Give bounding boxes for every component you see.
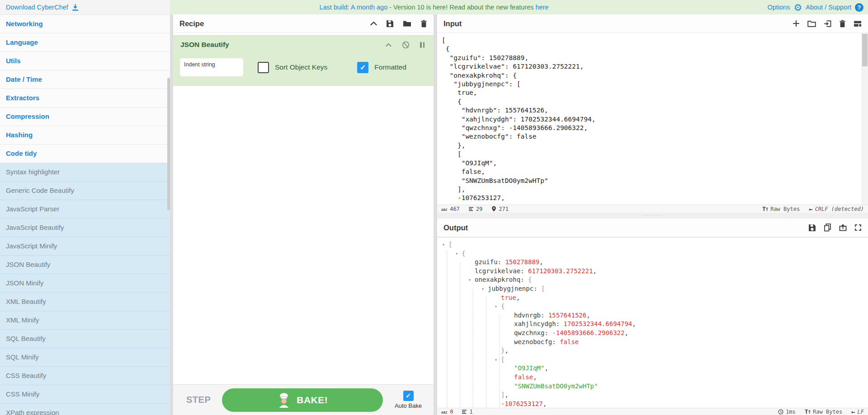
output-encoding[interactable]: Raw Bytes: [805, 408, 842, 415]
operation-item-xml-beautify[interactable]: XML Beautify: [0, 293, 170, 311]
operations-sidebar: NetworkingLanguageUtilsDate / TimeExtrac…: [0, 14, 170, 415]
operation-item-javascript-parser[interactable]: JavaScript Parser: [0, 200, 170, 219]
step-button[interactable]: STEP: [186, 395, 211, 405]
output-tree-line: [: [437, 240, 868, 249]
sort-object-keys-checkbox[interactable]: [258, 62, 269, 73]
output-tree-line: xahjlncydgh: 1702532344.6694794,: [437, 320, 868, 329]
operation-item-sql-beautify[interactable]: SQL Beautify: [0, 330, 170, 348]
auto-bake-label: Auto Bake: [395, 402, 422, 409]
input-line-count: 29: [476, 206, 482, 212]
output-tree-line: weznobocfg: false: [437, 338, 868, 347]
sidebar-category-utils[interactable]: Utils: [0, 52, 170, 70]
tree-expand-toggle[interactable]: [495, 355, 500, 364]
open-output-in-tab-icon[interactable]: [839, 224, 847, 231]
operation-item-json-minify[interactable]: JSON Minify: [0, 274, 170, 293]
operation-item-css-minify[interactable]: CSS Minify: [0, 385, 170, 404]
options-link[interactable]: Options: [767, 4, 790, 11]
disable-operation-icon[interactable]: [402, 41, 410, 49]
line-count-icon: [469, 206, 474, 211]
input-line: "SNWZUmBsatDO0ym2wHTp": [437, 177, 868, 185]
tree-expand-toggle[interactable]: [481, 284, 487, 294]
operation-item-javascript-beautify[interactable]: JavaScript Beautify: [0, 219, 170, 237]
open-file-folder-icon[interactable]: [807, 20, 816, 27]
sidebar-category-hashing[interactable]: Hashing: [0, 126, 170, 145]
new-features-link[interactable]: here: [535, 4, 548, 11]
input-scrollbar-thumb[interactable]: [862, 34, 868, 66]
operation-item-generic-code-beautify[interactable]: Generic Code Beautify: [0, 182, 170, 200]
indent-string-input[interactable]: Indent string: [180, 58, 243, 76]
operation-name: JSON Beautify: [180, 41, 386, 49]
help-icon[interactable]: [855, 3, 863, 12]
input-line: {: [437, 98, 868, 106]
bake-button[interactable]: BAKE!: [222, 388, 383, 412]
maximise-output-icon[interactable]: [854, 224, 862, 231]
input-eol[interactable]: CRLF (detected): [809, 205, 864, 213]
last-build-link[interactable]: Last build: A month ago: [319, 4, 387, 11]
pane-splitter[interactable]: [437, 213, 868, 219]
input-line: "hdvnrgb": 1557641526,: [437, 106, 868, 115]
line-count-icon: [462, 409, 467, 414]
sidebar-scrollbar[interactable]: [167, 78, 170, 210]
tree-expand-toggle[interactable]: [455, 249, 461, 258]
save-output-icon[interactable]: [808, 224, 816, 232]
sidebar-category-compression[interactable]: Compression: [0, 107, 170, 126]
recipe-operation-json-beautify[interactable]: JSON Beautify Indent string Sort Object …: [173, 35, 434, 86]
tree-expand-toggle[interactable]: [495, 302, 500, 311]
operation-item-xml-minify[interactable]: XML Minify: [0, 311, 170, 330]
operation-item-css-beautify[interactable]: CSS Beautify: [0, 367, 170, 385]
clear-recipe-trash-icon[interactable]: [420, 20, 427, 28]
tree-expand-toggle[interactable]: [442, 240, 448, 249]
pane-layout-icon[interactable]: [854, 20, 862, 27]
output-tree-line: {: [437, 249, 868, 258]
char-count-icon: [441, 206, 448, 212]
breakpoint-icon[interactable]: [420, 42, 425, 48]
copy-output-icon[interactable]: [824, 224, 831, 232]
input-line: [: [437, 150, 868, 159]
formatted-checkbox[interactable]: [357, 62, 368, 73]
gear-icon[interactable]: [793, 3, 802, 12]
eol-arrow-icon: [851, 408, 855, 415]
add-input-tab-icon[interactable]: [793, 20, 800, 27]
operation-item-syntax-highlighter[interactable]: Syntax highlighter: [0, 163, 170, 182]
output-tree-line: ],: [437, 391, 868, 400]
collapse-recipe-icon[interactable]: [370, 21, 377, 26]
input-line: "lcgrvikelvae": 617120303.2752221,: [437, 62, 868, 71]
open-folder-import-icon[interactable]: [824, 20, 831, 28]
output-tree-line: hdvnrgb: 1557641526,: [437, 311, 868, 320]
sidebar-category-networking[interactable]: Networking: [0, 15, 170, 33]
collapse-operation-icon[interactable]: [386, 43, 392, 47]
operation-item-sql-minify[interactable]: SQL Minify: [0, 348, 170, 367]
operation-item-json-beautify[interactable]: JSON Beautify: [0, 256, 170, 274]
input-line: "O9JIqM",: [437, 159, 868, 168]
load-recipe-folder-icon[interactable]: [403, 20, 411, 27]
input-char-count: 467: [450, 206, 460, 212]
operation-item-xpath-expression[interactable]: XPath expression: [0, 404, 170, 415]
tree-expand-toggle[interactable]: [468, 275, 474, 284]
input-scrollbar[interactable]: [862, 33, 868, 205]
sidebar-category-extractors[interactable]: Extractors: [0, 89, 170, 107]
sort-object-keys-label: Sort Object Keys: [275, 63, 327, 71]
clear-input-trash-icon[interactable]: [839, 20, 846, 28]
download-cyberchef-link[interactable]: Download CyberChef: [6, 4, 68, 11]
input-editor[interactable]: [ { "gzuifu": 150278889, "lcgrvikelvae":…: [437, 33, 868, 205]
sidebar-category-date-time[interactable]: Date / Time: [0, 70, 170, 89]
download-icon[interactable]: [71, 4, 79, 11]
input-line: false,: [437, 168, 868, 176]
bake-time: 1ms: [778, 409, 796, 415]
encoding-icon: [762, 205, 768, 212]
save-recipe-icon[interactable]: [386, 20, 394, 28]
output-line-count: 1: [469, 409, 472, 415]
sidebar-category-language[interactable]: Language: [0, 33, 170, 52]
output-tree-line: qwzchnxg: -1405893666.2906322,: [437, 329, 868, 338]
sidebar-category-code-tidy[interactable]: Code tidy: [0, 145, 170, 163]
auto-bake-checkbox[interactable]: [403, 391, 414, 401]
input-encoding[interactable]: Raw Bytes: [762, 205, 800, 212]
about-support-link[interactable]: About / Support: [806, 4, 851, 11]
output-eol[interactable]: LF: [851, 408, 864, 415]
output-tree-line: },: [437, 346, 868, 355]
input-line: "jubbygjnenpc": [: [437, 80, 868, 89]
operation-item-javascript-minify[interactable]: JavaScript Minify: [0, 237, 170, 256]
output-title: Output: [443, 224, 808, 232]
input-line: "weznobocfg": false: [437, 132, 868, 141]
input-line: ],: [437, 185, 868, 194]
